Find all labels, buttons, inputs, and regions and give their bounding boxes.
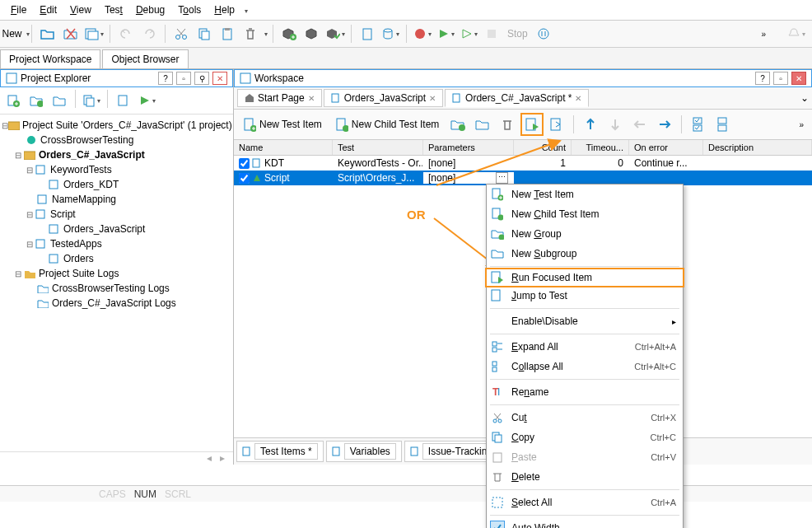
tree-project-logs[interactable]: Orders_C#_JavaScript Logs (52, 297, 176, 309)
pause-debug-icon[interactable] (533, 23, 554, 44)
menu-debug[interactable]: Debug (130, 2, 170, 18)
run-focused-item-button[interactable] (520, 113, 544, 136)
tree-orders-kdt[interactable]: Orders_KDT (63, 179, 119, 190)
tree-orders-javascript[interactable]: Orders_JavaScript (63, 223, 145, 235)
ctx-new-subgroup[interactable]: New Subgroup (487, 244, 683, 264)
col-name[interactable]: Name (234, 140, 333, 155)
db-icon[interactable]: ▾ (380, 23, 401, 44)
add-existing-icon[interactable] (49, 90, 70, 111)
ws-close-icon[interactable]: ✕ (791, 72, 806, 85)
menu-test[interactable]: Test (99, 2, 128, 18)
save-all-icon[interactable]: ▾ (83, 23, 105, 44)
tab-orders-csharp-javascript[interactable]: Orders_C#_JavaScript *✕ (445, 89, 589, 107)
tree-testedapps[interactable]: TestedApps (50, 238, 102, 250)
stop-button[interactable] (481, 23, 502, 44)
ctx-enable-disable[interactable]: Enable\Disable▸ (487, 311, 683, 331)
undo-icon[interactable] (115, 23, 137, 44)
tab-project-workspace[interactable]: Project Workspace (0, 49, 100, 68)
tree-suite[interactable]: Project Suite 'Orders_C#_JavaScript' (1 … (22, 119, 232, 131)
tree-namemapping[interactable]: NameMapping (52, 194, 116, 205)
tree-cbt[interactable]: CrossBrowserTesting (40, 134, 133, 146)
ctx-collapse-all[interactable]: Collapse AllCtrl+Alt+C (487, 357, 683, 376)
ctx-rename[interactable]: TIRename (487, 382, 683, 402)
clipboard-icon[interactable] (357, 23, 378, 44)
paste-icon[interactable] (217, 23, 238, 44)
menu-help[interactable]: Help ▾ (208, 2, 259, 18)
tree-suite-logs[interactable]: Project Suite Logs (39, 268, 119, 279)
new-group-icon[interactable] (446, 113, 469, 136)
col-count[interactable]: Count (514, 140, 572, 155)
close-folder-icon[interactable] (60, 23, 82, 44)
outdent-icon[interactable] (628, 113, 651, 136)
record-icon[interactable]: ▾ (412, 23, 433, 44)
tab-start-page[interactable]: Start Page✕ (237, 89, 322, 107)
col-test[interactable]: Test (333, 140, 423, 155)
open-icon[interactable] (37, 23, 58, 44)
cube-add-icon[interactable] (278, 23, 300, 44)
redo-icon[interactable] (138, 23, 160, 44)
add-folder-icon[interactable] (26, 90, 47, 111)
tab-orders-javascript[interactable]: Orders_JavaScript✕ (324, 89, 443, 107)
new-child-test-item-button[interactable]: New Child Test Item (329, 113, 445, 136)
cube-check-icon[interactable]: ▾ (324, 23, 346, 44)
cut-icon[interactable] (170, 23, 192, 44)
add-item-icon[interactable] (2, 90, 24, 111)
filter-icon[interactable] (113, 90, 134, 111)
row-checkbox[interactable] (239, 173, 250, 184)
cube-target-icon[interactable] (301, 23, 323, 44)
ctx-new-test-item[interactable]: New Test Item (487, 185, 683, 204)
tab-test-items[interactable]: Test Items * (236, 441, 324, 462)
jump-to-test-icon[interactable] (545, 113, 568, 136)
ws-restore-icon[interactable]: ▫ (773, 72, 788, 85)
pin-icon[interactable]: ⚲ (194, 72, 209, 85)
menu-view[interactable]: View (64, 2, 97, 18)
delete-icon[interactable] (240, 23, 261, 44)
tree-keywordtests[interactable]: KeywordTests (50, 164, 112, 175)
ctx-run-focused-item[interactable]: Run Focused Item (485, 268, 684, 287)
copy-item-icon[interactable]: ▾ (81, 90, 102, 111)
indent-icon[interactable] (653, 113, 676, 136)
overflow-icon[interactable]: » (761, 30, 766, 39)
menu-tools[interactable]: Tools (172, 2, 207, 18)
tab-variables[interactable]: Variables (326, 441, 402, 462)
project-tree[interactable]: ⊟Project Suite 'Orders_C#_JavaScript' (1… (0, 114, 233, 451)
params-edit-button[interactable]: ⋯ (496, 172, 508, 184)
delete-item-icon[interactable] (496, 113, 519, 136)
ctx-new-group[interactable]: New Group (487, 224, 683, 244)
grid-row[interactable]: KDT KeywordTests - Or... [none] 1 0 Cont… (234, 156, 812, 171)
ctx-jump-to-test[interactable]: Jump to Test (487, 286, 683, 306)
check-all-icon[interactable] (687, 113, 710, 136)
move-up-icon[interactable] (579, 113, 602, 136)
new-test-item-button[interactable]: New Test Item (237, 113, 328, 136)
tab-close-icon[interactable]: ✕ (575, 94, 581, 103)
uncheck-all-icon[interactable] (712, 113, 735, 136)
col-description[interactable]: Description (703, 140, 812, 155)
new-subgroup-icon[interactable] (471, 113, 494, 136)
row-checkbox[interactable] (239, 158, 250, 169)
help-icon[interactable]: ? (158, 72, 173, 85)
run-icon[interactable]: ▾ (435, 23, 456, 44)
tree-project[interactable]: Orders_C#_JavaScript (39, 149, 145, 161)
tabs-dropdown-icon[interactable]: ⌄ (800, 92, 809, 104)
copy-icon[interactable] (194, 23, 215, 44)
col-timeout[interactable]: Timeou... (572, 140, 629, 155)
ctx-copy[interactable]: CopyCtrl+C (487, 428, 683, 447)
tree-script[interactable]: Script (50, 208, 76, 220)
move-down-icon[interactable] (604, 113, 627, 136)
run-project-icon[interactable]: ▾ (136, 90, 157, 111)
close-icon[interactable]: ✕ (212, 72, 227, 85)
bell-icon[interactable]: ▾ (786, 23, 807, 44)
ctx-select-all[interactable]: Select AllCtrl+A (487, 493, 683, 512)
ctx-auto-width[interactable]: Auto Width (487, 518, 683, 528)
tree-orders[interactable]: Orders (63, 253, 94, 264)
restore-icon[interactable]: ▫ (176, 72, 191, 85)
tab-close-icon[interactable]: ✕ (308, 94, 315, 103)
menu-edit[interactable]: Edit (34, 2, 63, 18)
tree-cbt-logs[interactable]: CrossBrowserTesting Logs (52, 283, 170, 294)
toolbar-overflow-icon[interactable]: » (799, 120, 809, 129)
ctx-delete[interactable]: Delete (487, 467, 683, 487)
new-button[interactable]: New▾ (5, 23, 26, 44)
ctx-expand-all[interactable]: Expand AllCtrl+Alt+A (487, 337, 683, 357)
ctx-new-child-test-item[interactable]: New Child Test Item (487, 204, 683, 224)
tab-close-icon[interactable]: ✕ (429, 94, 436, 103)
